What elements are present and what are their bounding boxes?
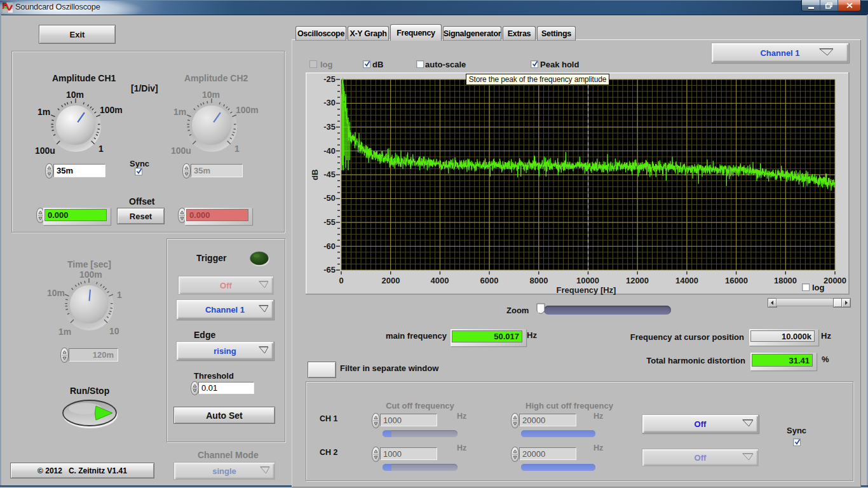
svg-text:14000: 14000	[675, 276, 698, 285]
svg-text:6000: 6000	[480, 276, 499, 285]
svg-text:-45: -45	[323, 170, 336, 179]
svg-text:Frequency [Hz]: Frequency [Hz]	[557, 285, 616, 295]
svg-text:-60: -60	[323, 241, 336, 251]
svg-text:2000: 2000	[382, 276, 400, 285]
svg-text:0: 0	[339, 276, 343, 285]
svg-text:-65: -65	[323, 265, 336, 274]
svg-text:10000: 10000	[576, 276, 599, 285]
svg-text:20000: 20000	[824, 276, 846, 285]
svg-text:dB: dB	[310, 169, 320, 180]
svg-text:-25: -25	[323, 74, 336, 84]
svg-text:-35: -35	[323, 122, 336, 132]
svg-text:4000: 4000	[431, 276, 449, 285]
svg-text:-50: -50	[323, 193, 336, 203]
svg-text:8000: 8000	[530, 276, 548, 285]
svg-text:12000: 12000	[626, 276, 649, 285]
svg-text:-55: -55	[323, 217, 336, 227]
svg-text:18000: 18000	[774, 276, 797, 285]
svg-text:16000: 16000	[725, 276, 748, 285]
svg-text:-40: -40	[323, 146, 336, 156]
svg-text:-30: -30	[323, 98, 336, 107]
